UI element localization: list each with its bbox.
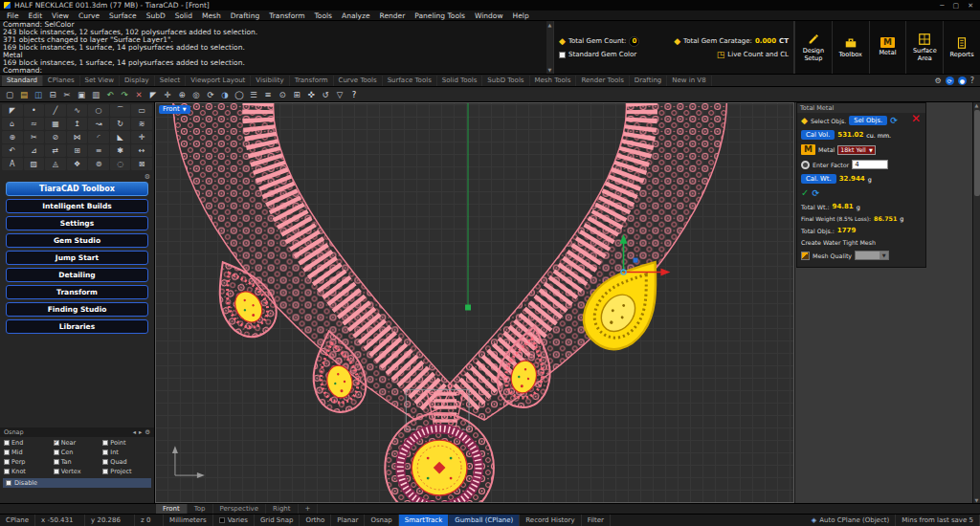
checkbox[interactable]	[102, 469, 108, 474]
toolbox-transform-button[interactable]: Transform	[6, 285, 148, 299]
checkbox[interactable]	[4, 469, 10, 474]
rectangle-icon[interactable]: ▭	[131, 104, 152, 117]
toolbar-tab-display[interactable]: Display	[120, 76, 155, 86]
dimension-icon[interactable]: ↔	[131, 144, 152, 157]
polyline-icon[interactable]: ∿	[67, 104, 88, 117]
lock-icon[interactable]: ⊠	[131, 158, 152, 170]
toolbox-libraries-button[interactable]: Libraries	[6, 319, 148, 334]
refresh-icon[interactable]: ⟳	[812, 189, 819, 198]
osnap-knot[interactable]: Knot	[4, 468, 52, 475]
grid-icon[interactable]: ⊞	[290, 88, 303, 100]
help-icon[interactable]: ?	[970, 77, 974, 85]
status-toggle-ortho[interactable]: Ortho	[300, 515, 331, 526]
save-icon[interactable]: ◫	[32, 88, 45, 100]
rotate-icon[interactable]: ↶	[2, 144, 23, 157]
arc-icon[interactable]: ⌒	[110, 104, 131, 117]
command-history[interactable]: Command: SelColor243 block instances, 12…	[0, 21, 553, 74]
redo-icon[interactable]: ↷	[118, 88, 131, 100]
properties-icon[interactable]: ≡	[261, 88, 275, 100]
filter-icon[interactable]: ▽	[333, 88, 346, 100]
sweep-icon[interactable]: ↝	[88, 118, 109, 130]
toolbox-finding-studio-button[interactable]: Finding Studio	[6, 302, 148, 317]
array-icon[interactable]: ⊞	[67, 144, 88, 157]
polygon-icon[interactable]: ⌂	[2, 118, 23, 130]
extrude-icon[interactable]: ↥	[67, 118, 88, 130]
trim-icon[interactable]: ✂	[24, 131, 45, 143]
menu-window[interactable]: Window	[470, 11, 508, 20]
revolve-icon[interactable]: ↻	[110, 118, 131, 130]
history-icon[interactable]: ↺	[319, 88, 332, 100]
gumball-plane-handle[interactable]	[634, 258, 638, 263]
status-toggle-planar[interactable]: Planar	[331, 515, 365, 526]
toolbar-tab-curve-tools[interactable]: Curve Tools	[334, 76, 383, 86]
toolbar-tab-cplanes[interactable]: CPlanes	[43, 76, 80, 86]
join-icon[interactable]: ⋈	[67, 131, 88, 143]
necklace-model[interactable]	[156, 103, 793, 502]
osnap-disable[interactable]: Disable	[3, 478, 151, 488]
cloud-icon[interactable]: ●	[958, 77, 967, 85]
toolbar-tab-surface-tools[interactable]: Surface Tools	[383, 76, 437, 86]
reports-button[interactable]: Reports	[943, 21, 980, 74]
sync-icon[interactable]: ⟳	[946, 77, 954, 85]
hatch-icon[interactable]: ▨	[24, 158, 45, 170]
help-icon[interactable]: ?	[347, 88, 361, 100]
osnap-int[interactable]: Int	[102, 449, 150, 456]
menu-curve[interactable]: Curve	[74, 11, 104, 20]
osnap-mid[interactable]: Mid	[4, 449, 52, 456]
gumball-icon[interactable]: ✜	[304, 88, 318, 100]
toolbar-tab-viewport-layout[interactable]: Viewport Layout	[186, 76, 251, 86]
toolbox-detailing-button[interactable]: Detailing	[6, 268, 148, 282]
boolean-icon[interactable]: ⊕	[2, 131, 23, 143]
checkbox[interactable]	[102, 449, 108, 455]
pan-icon[interactable]: ✛	[161, 88, 174, 100]
factor-input[interactable]	[852, 160, 888, 169]
gear-icon[interactable]: ⚙	[935, 77, 942, 85]
gear-icon[interactable]: ⚙	[145, 173, 150, 181]
gear-icon[interactable]: ⚙	[145, 428, 150, 436]
menu-edit[interactable]: Edit	[24, 11, 48, 20]
toolbar-tab-set-view[interactable]: Set View	[80, 76, 120, 86]
axis-handle[interactable]	[465, 304, 471, 310]
design-setup-button[interactable]: Design Setup	[794, 21, 832, 74]
viewport-label[interactable]: Front ▼	[159, 105, 190, 114]
menu-solid[interactable]: Solid	[170, 11, 197, 20]
toolbar-tab-visibility[interactable]: Visibility	[251, 76, 289, 86]
viewport-tab-add[interactable]: +	[299, 504, 319, 514]
osnap-near[interactable]: ✓Near	[54, 439, 101, 447]
checkbox[interactable]	[102, 459, 108, 465]
menu-analyze[interactable]: Analyze	[337, 11, 375, 20]
checkbox[interactable]	[102, 440, 108, 446]
rotate-view-icon[interactable]: ⟳	[204, 88, 217, 100]
toolbox-intelligent-builds-button[interactable]: Intelligent Builds	[6, 199, 148, 213]
mirror-icon[interactable]: ⇄	[45, 144, 66, 157]
wireframe-icon[interactable]: ◯	[233, 88, 246, 100]
cplane-menu[interactable]: CPlane	[0, 515, 35, 526]
osnap-point[interactable]: Point	[102, 439, 150, 447]
status-toggle-grid-snap[interactable]: Grid Snap	[255, 515, 301, 526]
status-toggle-smarttrack[interactable]: SmartTrack	[399, 515, 450, 526]
auto-cplane-toggle[interactable]: ◈ Auto CPlane (Object)	[806, 515, 896, 526]
select-icon[interactable]: ◤	[146, 88, 160, 100]
necklace-right-band[interactable]	[448, 103, 726, 420]
gumball-x-arrow[interactable]	[660, 269, 670, 276]
menu-mesh[interactable]: Mesh	[197, 11, 226, 20]
command-scrollbar[interactable]: ▲▼	[546, 21, 553, 74]
toolbar-tab-transform[interactable]: Transform	[290, 76, 334, 86]
menu-tools[interactable]: Tools	[310, 11, 337, 20]
curve-icon[interactable]: ≈	[24, 118, 45, 130]
status-toggle-gumball-cplane[interactable]: Gumball (CPlane)	[449, 515, 520, 526]
toolbar-tab-standard[interactable]: Standard	[2, 76, 43, 86]
hide-icon[interactable]: ◌	[110, 158, 131, 170]
toolbar-tab-mesh-tools[interactable]: Mesh Tools	[530, 76, 577, 86]
toolbox-settings-button[interactable]: Settings	[6, 216, 148, 230]
loft-icon[interactable]: ≋	[131, 118, 152, 130]
shade-icon[interactable]: ◑	[218, 88, 232, 100]
osnap-icon[interactable]: ⊙	[276, 88, 289, 100]
osnap-cen[interactable]: Cen	[54, 449, 101, 456]
scale-icon[interactable]: ⊿	[24, 144, 45, 157]
viewport-tab-right[interactable]: Right	[266, 504, 298, 514]
refresh-icon[interactable]: ⟳	[890, 117, 898, 125]
toolbar-tab-drafting[interactable]: Drafting	[630, 76, 667, 86]
group-icon[interactable]: ⊚	[88, 158, 109, 170]
checkbox[interactable]	[54, 449, 59, 455]
